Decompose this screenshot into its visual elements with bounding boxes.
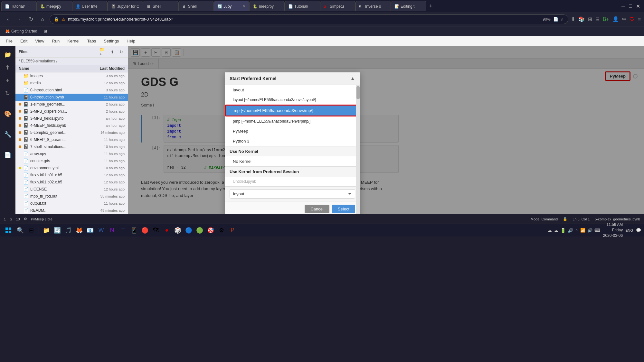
new-tab-button[interactable]: +: [426, 2, 435, 11]
menu-settings[interactable]: Settings: [100, 37, 122, 45]
file-item[interactable]: 📁 media 12 hours ago: [15, 79, 128, 87]
kernel-option-pymeep[interactable]: PyMeep: [225, 126, 360, 136]
bookmark-grid[interactable]: ⊞: [41, 28, 50, 34]
kernel-option-no-kernel[interactable]: No Kernel: [225, 156, 360, 166]
tab-close-7[interactable]: ✕: [243, 4, 246, 8]
status-item-1[interactable]: 1: [4, 217, 6, 221]
grid-icon[interactable]: ⊟: [595, 16, 600, 22]
taskbar-powerpoint[interactable]: P: [228, 226, 237, 235]
upload-btn[interactable]: ⬆: [109, 48, 116, 55]
taskbar-onenote[interactable]: N: [107, 226, 117, 235]
file-item[interactable]: 📄 0-introduction.html 3 hours ago: [15, 87, 128, 94]
back-button[interactable]: ‹: [3, 15, 12, 24]
browser-tab-tutorial2[interactable]: 📄 Tutorial/: [285, 1, 320, 11]
menu-run[interactable]: Run: [49, 37, 63, 45]
activity-palette[interactable]: 🎨: [2, 108, 14, 120]
file-item[interactable]: 📓 3-MPB_fields.ipynb an hour ago: [15, 115, 128, 122]
activity-refresh[interactable]: ↻: [2, 88, 14, 99]
browser-tab-meep[interactable]: 🐍 meep/py: [37, 1, 72, 11]
sound-icon[interactable]: 🔊: [568, 228, 573, 233]
bookmark-getting-started[interactable]: 🦊 Getting Started: [3, 28, 40, 34]
taskbar-app6[interactable]: 🎯: [206, 226, 215, 235]
browser-tab-tutorial1[interactable]: 📄 Tutorial/: [1, 1, 37, 11]
file-item[interactable]: 📓 6-MEEP_S_param... 11 hours ago: [15, 136, 128, 143]
kernel-option-session-partial[interactable]: Untitled.ipynb: [225, 177, 360, 186]
browser-tab-jupyter-c[interactable]: 📓 Jupyter for C: [108, 1, 143, 11]
status-item-3[interactable]: 10: [16, 217, 20, 221]
file-item[interactable]: 📄 flux.v.k01.b01.x.h5 12 hours ago: [15, 172, 128, 179]
taskbar-jupyter-pinned[interactable]: 🔄: [52, 226, 62, 235]
status-kernel-idle[interactable]: PyMeep | Idle: [31, 217, 52, 221]
new-folder-btn[interactable]: 📁+: [99, 48, 107, 55]
modal-scroll-indicator[interactable]: [356, 85, 360, 214]
browser-tab-shell1[interactable]: 🖥 Shell: [143, 1, 178, 11]
file-item[interactable]: 📁 images 3 hours ago: [15, 72, 128, 79]
kernel-option-layout[interactable]: layout: [225, 85, 360, 95]
profile-icon[interactable]: B+: [603, 16, 609, 22]
taskbar-chevron[interactable]: ^: [576, 228, 578, 233]
activity-pages[interactable]: 📄: [2, 149, 14, 161]
activity-files[interactable]: 📁: [2, 49, 14, 60]
status-item-2[interactable]: S: [10, 217, 12, 221]
browser-tab-editing[interactable]: 📝 Editing t: [391, 1, 426, 11]
taskbar-word[interactable]: W: [96, 226, 106, 235]
start-button[interactable]: [3, 225, 14, 236]
url-bar[interactable]: 🔒 ⚠ https://myadroit.princeton.edu/node/…: [50, 14, 568, 24]
download-icon[interactable]: ⬇: [571, 16, 575, 22]
file-item[interactable]: 📓 4-MEEP_fields.ipynb an hour ago: [15, 122, 128, 129]
taskbar-spotify[interactable]: 🎵: [63, 226, 73, 235]
file-item[interactable]: 📄 LICENSE 12 hours ago: [15, 186, 128, 193]
cloud-icon[interactable]: ☁: [554, 228, 558, 233]
taskbar-teams[interactable]: T: [118, 226, 128, 235]
library-icon[interactable]: 📚: [578, 16, 585, 22]
taskbar-app4[interactable]: 🔵: [184, 226, 194, 235]
wifi-icon[interactable]: 📶: [580, 228, 585, 233]
file-item[interactable]: 📄 output.txt 11 hours ago: [15, 200, 128, 207]
file-item[interactable]: 📓 0-introduction.ipynb 11 hours ago: [15, 94, 128, 101]
session-dropdown[interactable]: layout: [230, 189, 355, 199]
taskbar-app7[interactable]: ⚙: [217, 226, 226, 235]
taskbar-outlook[interactable]: 📧: [85, 226, 95, 235]
taskbar-search[interactable]: 🔍: [15, 226, 25, 235]
kernel-option-pmp[interactable]: pmp [~/home/ELE559/anaconda3/envs/pmp/]: [225, 116, 360, 126]
time-display[interactable]: 11:56 AM Friday 2020-03-06: [603, 222, 623, 238]
browser-tab-shell2[interactable]: 🖥 Shell: [178, 1, 214, 11]
status-item-4[interactable]: ⚙: [24, 217, 27, 221]
menu-tabs[interactable]: Tabs: [84, 37, 99, 45]
browser-tab-meep2[interactable]: 🐍 meep/py: [249, 1, 285, 11]
minimize-button[interactable]: ─: [621, 3, 625, 9]
taskbar-3d[interactable]: 🎲: [173, 226, 183, 235]
screenshot-icon[interactable]: ✏: [622, 16, 626, 22]
taskbar-maps[interactable]: 🗺: [151, 226, 161, 235]
sync-icon[interactable]: 👤: [612, 16, 619, 22]
kernel-option-python3[interactable]: Python 3: [225, 136, 360, 146]
menu-file[interactable]: File: [3, 37, 16, 45]
volume-icon[interactable]: 🔊: [587, 228, 592, 233]
bookmark-icon[interactable]: ☆: [560, 17, 564, 22]
taskbar-app5[interactable]: 🟢: [195, 226, 204, 235]
home-button[interactable]: ⌂: [38, 15, 47, 24]
taskbar-app2[interactable]: 🔴: [140, 226, 150, 235]
menu-edit[interactable]: Edit: [17, 37, 31, 45]
close-button[interactable]: ✕: [636, 3, 640, 9]
refresh-btn[interactable]: ↻: [118, 48, 125, 55]
network-icon[interactable]: ☁: [547, 228, 552, 233]
tab-view-icon[interactable]: ⊞: [588, 16, 592, 22]
file-item[interactable]: 📄 coupler.gds 11 hours ago: [15, 157, 128, 164]
taskbar-firefox[interactable]: 🦊: [74, 226, 84, 235]
file-item[interactable]: 📓 1-simple_geometri... 2 hours ago: [15, 101, 128, 108]
activity-tools[interactable]: 🔧: [2, 129, 14, 140]
select-button[interactable]: Select: [332, 205, 355, 213]
menu-help[interactable]: Help: [123, 37, 138, 45]
kernel-option-mp[interactable]: mp [~/home/ELE559/anaconda3/envs/mp/]: [225, 105, 360, 116]
menu-kernel[interactable]: Kernel: [64, 37, 83, 45]
taskbar-app3[interactable]: ●: [162, 226, 172, 235]
taskbar-taskview[interactable]: ⊟: [26, 226, 36, 235]
taskbar-app1[interactable]: 📱: [129, 226, 139, 235]
file-item[interactable]: 📄 READM... 45 minutes ago: [15, 207, 128, 214]
kernel-option-layout-path[interactable]: layout [~/home/ELE559/anaconda3/envs/lay…: [225, 95, 360, 105]
file-item[interactable]: 📄 flux.v.k01.b02.x.h5 12 hours ago: [15, 179, 128, 186]
menu-icon[interactable]: ≡: [638, 16, 641, 22]
notification-icon[interactable]: 💬: [636, 227, 641, 233]
file-item[interactable]: 📓 5-complex_geomet... 16 minutes ago: [15, 129, 128, 136]
